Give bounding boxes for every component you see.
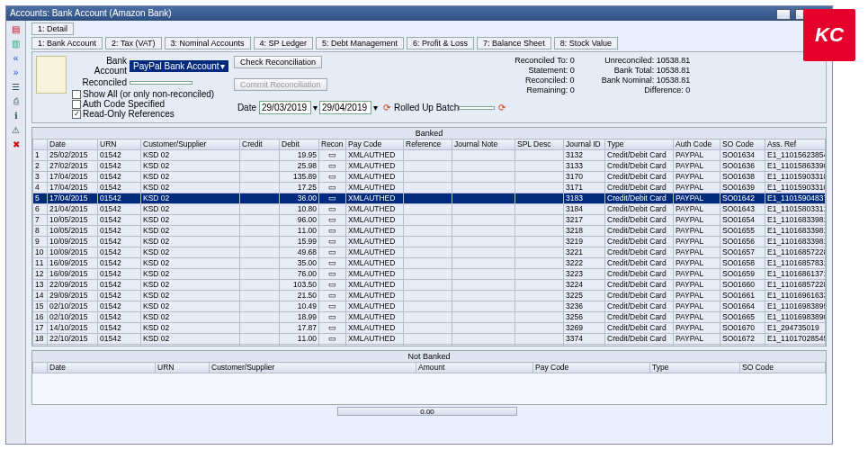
table-row[interactable]: 910/09/201501542KSD 0215.99▭XMLAUTHED321… <box>33 237 826 248</box>
bottom-total: 0.00 <box>337 407 517 416</box>
show-all-check[interactable]: Show All (or only non-reconciled) <box>72 89 228 99</box>
refresh-icon[interactable]: ⟳ <box>380 103 394 112</box>
refresh-icon-2[interactable]: ⟳ <box>495 103 509 112</box>
not-banked-grid: Not Banked DateURNCustomer/SupplierAmoun… <box>31 350 827 405</box>
col-header[interactable]: SPL Desc <box>515 140 564 150</box>
sub-tab-3[interactable]: 4: SP Ledger <box>254 37 313 50</box>
table-row[interactable]: 1922/10/201501542KSD 0218.00▭XMLAUTHED33… <box>33 345 826 346</box>
delete-icon[interactable]: ✖ <box>9 138 23 150</box>
table-row[interactable]: 1602/10/201501542KSD 0218.99▭XMLAUTHED32… <box>33 312 826 323</box>
col-header[interactable] <box>33 140 48 150</box>
warning-icon[interactable]: ⚠ <box>9 123 23 136</box>
auth-code-check[interactable]: Auth Code Specified <box>72 99 228 109</box>
date-label: Date <box>234 103 259 112</box>
banked-grid: Banked DateURNCustomer/SupplierCreditDeb… <box>31 127 827 346</box>
not-banked-header: Not Banked <box>32 351 826 362</box>
rolled-label: Rolled Up Batch <box>394 103 459 112</box>
col-header[interactable]: SO Code <box>720 140 765 150</box>
kc-logo: KC <box>803 9 855 61</box>
col-header[interactable]: Recon <box>319 140 346 150</box>
date-to-input[interactable]: 29/04/2019 <box>319 101 371 114</box>
sub-tab-7[interactable]: 8: Stock Value <box>554 37 618 50</box>
col-header[interactable]: Date <box>48 140 98 150</box>
banked-header: Banked <box>32 128 826 139</box>
window-title: Accounts: Bank Account (Amazon Bank) <box>10 6 172 21</box>
col-header[interactable]: Credit <box>240 140 280 150</box>
table-row[interactable]: 1216/09/201501542KSD 0276.00▭XMLAUTHED32… <box>33 269 826 280</box>
back-icon[interactable]: « <box>9 51 23 64</box>
check-reconciliation-button[interactable]: Check Reconciliation <box>234 56 322 68</box>
col-header[interactable]: URN <box>98 140 141 150</box>
col-header[interactable]: Ass. Ref <box>765 140 826 150</box>
date-from-input[interactable]: 29/03/2019 <box>259 101 311 114</box>
bank-account-select[interactable]: PayPal Bank Account▾ <box>130 60 228 72</box>
bank-account-label: Bank Account <box>72 56 130 76</box>
pdf-icon[interactable]: ▤ <box>9 22 23 35</box>
note-icon <box>36 56 67 94</box>
table-row[interactable]: 1502/10/201501542KSD 0210.49▭XMLAUTHED32… <box>33 302 826 312</box>
col-header[interactable]: Pay Code <box>346 140 404 150</box>
sidebar-toolbar: ▤ ▥ « » ☰ ⎙ ℹ ⚠ ✖ <box>6 21 26 444</box>
col-header[interactable]: Auth Code <box>674 140 720 150</box>
table-row[interactable]: 621/04/201501542KSD 0210.80▭XMLAUTHED318… <box>33 204 826 215</box>
reconciled-input[interactable] <box>130 81 192 85</box>
forward-icon[interactable]: » <box>9 66 23 78</box>
sub-tab-4[interactable]: 5: Debt Management <box>316 37 404 50</box>
sub-tab-1[interactable]: 2: Tax (VAT) <box>105 37 162 50</box>
sub-tab-2[interactable]: 3: Nominal Accounts <box>165 37 251 50</box>
readonly-check[interactable]: ✓Read-Only References <box>72 109 228 119</box>
filter-pane: Bank Account PayPal Bank Account▾ Reconc… <box>31 51 827 123</box>
title-bar: Accounts: Bank Account (Amazon Bank) _ □… <box>6 6 832 21</box>
table-row[interactable]: 1322/09/201501542KSD 02103.50▭XMLAUTHED3… <box>33 280 826 291</box>
document-icon[interactable]: ☰ <box>9 80 23 93</box>
tab-detail[interactable]: 1: Detail <box>31 22 74 35</box>
col-header[interactable]: Customer/Supplier <box>141 140 240 150</box>
col-header[interactable]: Journal ID <box>564 140 605 150</box>
table-row[interactable]: 1116/09/201501542KSD 0235.00▭XMLAUTHED32… <box>33 258 826 269</box>
sub-tab-0[interactable]: 1: Bank Account <box>31 37 103 50</box>
print-icon[interactable]: ⎙ <box>9 94 23 107</box>
table-row[interactable]: 317/04/201501542KSD 02135.89▭XMLAUTHED31… <box>33 172 826 183</box>
info-icon[interactable]: ℹ <box>9 109 23 122</box>
reconciled-label: Reconciled <box>72 77 130 87</box>
sub-tab-5[interactable]: 6: Profit & Loss <box>407 37 474 50</box>
table-row[interactable]: 1010/09/201501542KSD 0249.68▭XMLAUTHED32… <box>33 248 826 258</box>
table-row[interactable]: 517/04/201501542KSD 0236.00▭XMLAUTHED318… <box>33 194 826 204</box>
sub-tab-6[interactable]: 7: Balance Sheet <box>477 37 551 50</box>
col-header[interactable]: Debit <box>280 140 319 150</box>
table-row[interactable]: 710/05/201501542KSD 0296.00▭XMLAUTHED321… <box>33 215 826 226</box>
minimize-button[interactable]: _ <box>776 9 791 20</box>
export-icon[interactable]: ▥ <box>9 37 23 50</box>
table-row[interactable]: 810/05/201501542KSD 0211.00▭XMLAUTHED321… <box>33 226 826 237</box>
col-header[interactable]: Reference <box>404 140 452 150</box>
col-header[interactable]: Journal Note <box>452 140 515 150</box>
chevron-down-icon: ▾ <box>220 61 225 71</box>
table-row[interactable]: 1429/09/201501542KSD 0221.50▭XMLAUTHED32… <box>33 291 826 302</box>
app-window: Accounts: Bank Account (Amazon Bank) _ □… <box>5 5 833 445</box>
table-row[interactable]: 125/02/201501542KSD 0219.95▭XMLAUTHED313… <box>33 150 826 161</box>
rolled-batch-input[interactable] <box>459 106 495 110</box>
commit-reconciliation-button: Commit Reconciliation <box>234 78 327 91</box>
col-header[interactable]: Type <box>605 140 674 150</box>
table-row[interactable]: 417/04/201501542KSD 0217.25▭XMLAUTHED317… <box>33 183 826 194</box>
table-row[interactable]: 1714/10/201501542KSD 0217.87▭XMLAUTHED32… <box>33 323 826 334</box>
table-row[interactable]: 1822/10/201501542KSD 0211.00▭XMLAUTHED33… <box>33 334 826 345</box>
table-row[interactable]: 227/02/201501542KSD 0225.98▭XMLAUTHED313… <box>33 161 826 172</box>
